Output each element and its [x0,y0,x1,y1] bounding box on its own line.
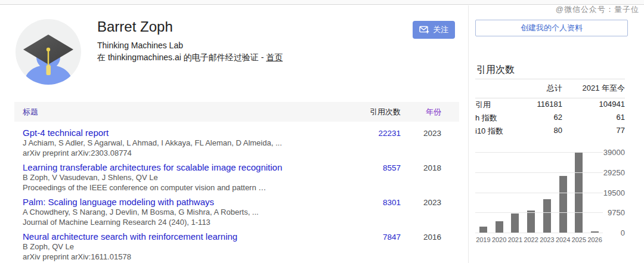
header-title[interactable]: 标题 [23,107,347,117]
citations-chart-xlabels: 20192020202120222023202420252026 [475,236,603,243]
profile-info: Barret Zoph Thinking Machines Lab 在 thin… [97,18,283,63]
citations-chart-ylabels: 09750195002925039000 [602,153,625,233]
chart-bar-2020[interactable] [496,221,503,233]
create-profile-button[interactable]: 创建我的个人资料 [475,20,628,36]
stats-row-citations: 引用 116181 104941 [475,98,625,112]
chart-xlabel: 2023 [539,236,555,243]
chart-bar-slot [571,153,587,233]
stats-since-value: 104941 [562,100,625,110]
paper-title-link[interactable]: Neural architecture search with reinforc… [23,231,340,242]
citation-stats-heading: 引用次数 [476,64,515,76]
header-cited-by[interactable]: 引用次数 [347,107,401,117]
profile-name: Barret Zoph [97,18,283,35]
cited-by-link[interactable]: 7847 [347,231,401,261]
chart-xlabel: 2019 [475,236,491,243]
table-row: Learning transferable architectures for … [14,157,459,191]
citations-chart-bars [475,153,603,233]
paper-venue: Proceedings of the IEEE conference on co… [23,183,340,193]
stats-since-value: 77 [562,126,625,137]
citation-stats-header-row: 总计 2021 年至今 [475,79,625,98]
chart-gridline [475,212,603,213]
paper-title-link[interactable]: Palm: Scaling language modeling with pat… [23,197,340,207]
profile-affiliation: Thinking Machines Lab [97,41,283,50]
stats-total-value: 62 [515,113,562,123]
publications-header-row: 标题 引用次数 年份 [14,102,459,122]
follow-button[interactable]: 关注 [413,21,455,39]
stats-label: i10 指数 [475,126,515,137]
table-row: Gpt-4 technical report J Achiam, S Adler… [14,122,459,157]
chart-bar-slot [491,153,507,233]
stats-col-since: 2021 年至今 [562,83,625,94]
publications-list: Gpt-4 technical report J Achiam, S Adler… [14,122,459,261]
chart-ylabel: 19500 [602,189,625,197]
chart-xlabel: 2026 [587,236,603,243]
paper-title-link[interactable]: Gpt-4 technical report [23,128,340,138]
follow-button-label: 关注 [433,24,448,35]
chart-xlabel: 2020 [491,236,507,243]
top-divider [0,0,644,5]
stats-row-i10-index: i10 指数 80 77 [475,125,625,138]
chart-bar-slot [539,153,555,233]
chart-ylabel: 9750 [602,209,625,217]
chart-gridline [475,193,603,193]
stats-row-h-index: h 指数 62 61 [475,112,625,125]
chart-xlabel: 2025 [571,236,587,243]
graduate-avatar-icon [16,19,81,85]
chart-bar-2025[interactable] [575,153,583,233]
paper-authors: J Achiam, S Adler, S Agarwal, L Ahmad, I… [23,138,340,148]
verified-email-text: 在 thinkingmachines.ai 的电子邮件经过验证 - [97,52,266,62]
stats-label: 引用 [475,100,515,110]
chart-bar-2024[interactable] [559,176,567,233]
header-year[interactable]: 年份 [401,107,441,117]
citation-stats-table: 总计 2021 年至今 引用 116181 104941 h 指数 62 61 … [475,79,625,138]
chart-ylabel: 39000 [602,148,625,157]
envelope-plus-icon [419,26,429,34]
stats-since-value: 61 [562,113,625,123]
paper-venue: Journal of Machine Learning Research 24 … [23,218,340,227]
stats-label: h 指数 [475,113,515,123]
table-row: Neural architecture search with reinforc… [14,226,459,261]
chart-xlabel: 2024 [555,236,571,243]
chart-xlabel: 2022 [523,236,539,243]
chart-xlabel: 2021 [507,236,524,243]
chart-bar-2021[interactable] [511,214,519,233]
chart-bar-slot [507,153,524,233]
chart-bar-2023[interactable] [543,199,551,233]
chart-gridline [475,172,603,173]
paper-year: 2018 [401,162,441,191]
citations-chart-plot [475,153,603,233]
stats-col-total: 总计 [515,83,562,94]
scholar-profile-page: @微信公众号：量子位 Barret Zoph Thinking Machin [0,0,644,263]
chart-ylabel: 0 [602,229,625,237]
paper-year: 2023 [401,128,441,157]
sidebar-divider [468,5,469,263]
cited-by-link[interactable]: 8301 [347,197,401,226]
stats-total-value: 116181 [515,100,562,110]
chart-gridline [475,233,603,233]
chart-bar-2022[interactable] [527,211,535,233]
chart-bar-slot [587,153,603,233]
verified-email-line: 在 thinkingmachines.ai 的电子邮件经过验证 - 首页 [97,52,283,63]
chart-ylabel: 29250 [602,169,625,177]
paper-title-link[interactable]: Learning transferable architectures for … [23,162,340,172]
chart-gridline [475,152,603,153]
stats-total-value: 80 [515,126,562,137]
table-row: Palm: Scaling language modeling with pat… [14,191,459,226]
paper-venue: arXiv preprint arXiv:2303.08774 [23,148,340,158]
chart-bar-slot [475,153,491,233]
paper-year: 2023 [401,197,441,226]
chart-bar-slot [555,153,571,233]
paper-venue: arXiv preprint arXiv:1611.01578 [23,252,340,262]
avatar[interactable] [16,19,81,85]
watermark-text: @微信公众号：量子位 [556,4,639,15]
chart-bar-slot [523,153,539,233]
cited-by-link[interactable]: 8557 [347,162,401,191]
paper-authors: B Zoph, QV Le [23,242,340,252]
paper-year: 2016 [401,231,441,261]
paper-authors: A Chowdhery, S Narang, J Devlin, M Bosma… [23,208,340,217]
paper-authors: B Zoph, V Vasudevan, J Shlens, QV Le [23,173,340,182]
cited-by-link[interactable]: 22231 [347,128,401,157]
homepage-link[interactable]: 首页 [266,52,283,62]
